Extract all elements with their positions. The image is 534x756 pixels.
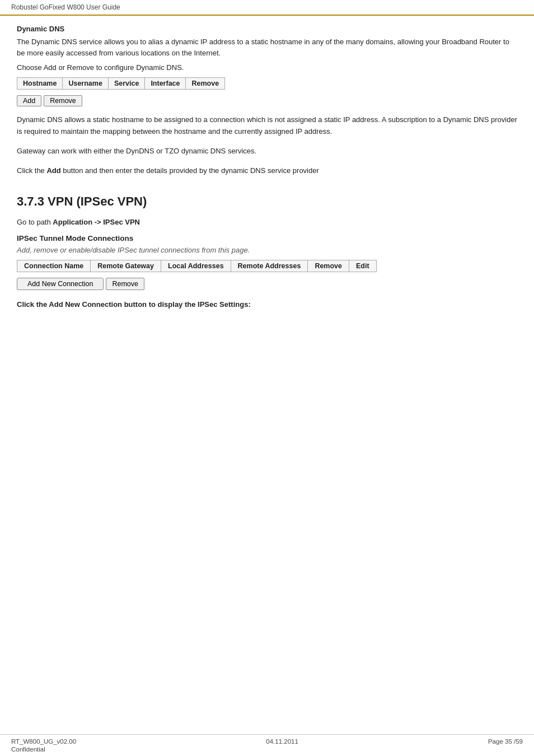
dynamic-dns-intro: The Dynamic DNS service allows you to al… [17, 36, 517, 59]
dynamic-dns-title: Dynamic DNS [17, 25, 517, 33]
go-to-bold: Application -> IPSec VPN [53, 218, 140, 226]
click-instruction: Click the Add New Connection button to d… [17, 300, 517, 309]
para3-suffix: button and then enter the details provid… [61, 166, 319, 175]
footer-doc-id: RT_W800_UG_v02.00 [11, 738, 76, 745]
footer-left: RT_W800_UG_v02.00 Confidential [11, 738, 76, 753]
dynamic-dns-para2: Gateway can work with either the DynDNS … [17, 146, 517, 157]
ipsec-col-remove: Remove [308, 260, 349, 272]
top-bar: Robustel GoFixed W800 User Guide [0, 0, 534, 16]
dynamic-dns-choose: Choose Add or Remove to configure Dynami… [17, 63, 517, 72]
footer-page: Page 35 /59 [488, 738, 523, 745]
para3-bold: Add [46, 166, 60, 175]
footer-date: 04.11.2011 [266, 738, 298, 745]
dns-col-remove: Remove [186, 78, 225, 90]
dns-col-interface: Interface [145, 78, 186, 90]
footer-right: Page 35 /59 [488, 738, 523, 753]
ipsec-sub-body: Add, remove or enable/disable IPSec tunn… [17, 246, 517, 254]
add-new-connection-button[interactable]: Add New Connection [17, 278, 104, 290]
dynamic-dns-para1: Dynamic DNS allows a static hostname to … [17, 114, 517, 138]
dns-col-hostname: Hostname [17, 78, 63, 90]
vpn-heading: 3.7.3 VPN (IPSec VPN) [17, 194, 517, 209]
dns-btn-row: Add Remove [17, 95, 517, 106]
para3-prefix: Click the [17, 166, 46, 175]
ipsec-subsection-title: IPSec Tunnel Mode Connections [17, 234, 517, 242]
dns-col-username: Username [63, 78, 108, 90]
ipsec-col-remote-addr: Remote Addresses [231, 260, 308, 272]
ipsec-remove-button[interactable]: Remove [106, 278, 144, 290]
dynamic-dns-para3: Click the Add button and then enter the … [17, 165, 517, 176]
footer: RT_W800_UG_v02.00 Confidential 04.11.201… [0, 734, 534, 756]
main-content: Dynamic DNS The Dynamic DNS service allo… [0, 16, 534, 357]
ipsec-btn-row: Add New Connection Remove [17, 278, 517, 290]
ipsec-table: Connection Name Remote Gateway Local Add… [17, 260, 377, 272]
dns-col-service: Service [108, 78, 144, 90]
dynamic-dns-section: Dynamic DNS The Dynamic DNS service allo… [17, 25, 517, 176]
vpn-section: 3.7.3 VPN (IPSec VPN) Go to path Applica… [17, 194, 517, 309]
go-to-prefix: Go to path [17, 218, 53, 226]
ipsec-col-name: Connection Name [17, 260, 91, 272]
ipsec-col-remote-gw: Remote Gateway [91, 260, 161, 272]
footer-center: 04.11.2011 [266, 738, 298, 753]
ipsec-col-edit: Edit [349, 260, 377, 272]
dns-table: Hostname Username Service Interface Remo… [17, 77, 225, 90]
go-to-path: Go to path Application -> IPSec VPN [17, 218, 517, 226]
footer-confidential: Confidential [11, 746, 76, 753]
dns-remove-button[interactable]: Remove [44, 95, 82, 106]
ipsec-col-local-addr: Local Addresses [161, 260, 231, 272]
dns-add-button[interactable]: Add [17, 95, 41, 106]
doc-title: Robustel GoFixed W800 User Guide [11, 3, 120, 11]
